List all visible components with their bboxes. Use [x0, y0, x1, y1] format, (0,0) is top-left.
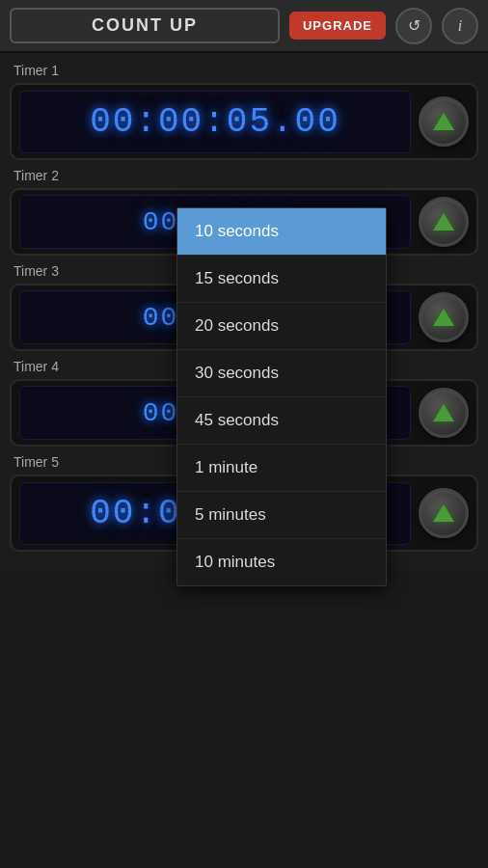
dropdown-item-0[interactable]: 10 seconds [177, 208, 386, 256]
play-icon [433, 309, 454, 326]
dropdown-item-4[interactable]: 45 seconds [177, 397, 386, 445]
play-icon [433, 213, 454, 231]
interval-dropdown: 10 seconds15 seconds20 seconds30 seconds… [176, 207, 387, 586]
timer-1-label: Timer 1 [10, 63, 478, 78]
dropdown-item-1[interactable]: 15 seconds [177, 256, 386, 303]
play-icon [433, 404, 454, 421]
info-button[interactable]: i [442, 8, 478, 44]
timer-2-start-button[interactable] [419, 197, 469, 247]
timer-2-label: Timer 2 [10, 168, 478, 183]
timer-5-start-button[interactable] [419, 488, 469, 538]
timer-1-start-button[interactable] [419, 96, 469, 147]
dropdown-item-5[interactable]: 1 minute [177, 445, 386, 492]
dropdown-item-6[interactable]: 5 minutes [177, 492, 386, 539]
timer-1-display: 00:00:05.00 [19, 91, 411, 153]
refresh-icon: ↺ [408, 16, 420, 35]
dropdown-item-3[interactable]: 30 seconds [177, 350, 386, 397]
play-icon [433, 113, 454, 130]
timer-3-start-button[interactable] [419, 292, 469, 342]
info-icon: i [458, 17, 462, 35]
dropdown-item-7[interactable]: 10 minutes [177, 539, 386, 585]
timer-1-row: 00:00:05.00 [10, 83, 478, 160]
dropdown-item-2[interactable]: 20 seconds [177, 303, 386, 350]
app-title: COUNT UP [10, 8, 280, 43]
timer-4-start-button[interactable] [419, 388, 469, 438]
timer-1-section: Timer 1 00:00:05.00 [10, 63, 478, 160]
refresh-button[interactable]: ↺ [395, 8, 432, 44]
app-header: COUNT UP UPGRADE ↺ i [0, 0, 488, 53]
upgrade-button[interactable]: UPGRADE [289, 12, 386, 40]
play-icon [433, 504, 454, 522]
